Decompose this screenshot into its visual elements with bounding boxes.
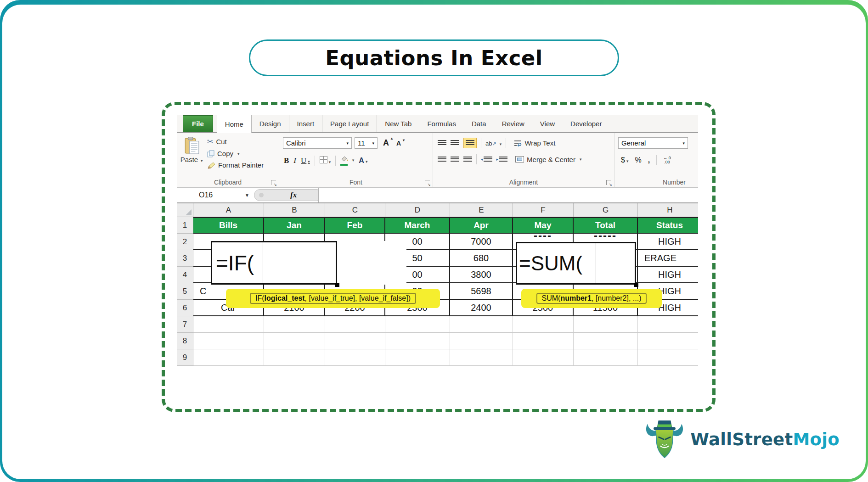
cell-B7[interactable]	[264, 316, 325, 333]
orientation-button[interactable]: ab↗	[485, 139, 502, 147]
row-header-3[interactable]: 3	[177, 250, 193, 267]
tab-view[interactable]: View	[532, 115, 563, 132]
cell-F8[interactable]	[513, 333, 574, 349]
cell-E2[interactable]: 7000	[450, 234, 513, 250]
tab-insert[interactable]: Insert	[289, 115, 323, 132]
cell-H4[interactable]: HIGH	[638, 267, 698, 283]
cell-G7[interactable]	[574, 316, 638, 333]
percent-button[interactable]: %	[635, 156, 641, 164]
cell-A7[interactable]	[193, 316, 264, 333]
tab-new-tab[interactable]: New Tab	[377, 115, 419, 132]
cell-B8[interactable]	[264, 333, 325, 349]
cell-D1[interactable]: March	[385, 217, 450, 234]
resize-handle[interactable]	[634, 283, 638, 287]
cell-C7[interactable]	[325, 316, 385, 333]
increase-decimal-button[interactable]: ←.0 .00	[663, 156, 671, 164]
tab-formulas[interactable]: Formulas	[419, 115, 464, 132]
copy-button[interactable]: Copy	[207, 150, 264, 157]
cell-E9[interactable]	[450, 349, 513, 366]
row-header-9[interactable]: 9	[177, 349, 193, 366]
increase-font-icon[interactable]: A▴	[383, 138, 389, 148]
resize-handle[interactable]	[335, 283, 339, 287]
font-color-button[interactable]: A	[359, 157, 367, 165]
align-right-icon[interactable]	[463, 157, 472, 163]
cell-F7[interactable]	[513, 316, 574, 333]
cell-E5[interactable]: 5698	[450, 283, 513, 300]
tab-review[interactable]: Review	[494, 115, 532, 132]
cell-G1[interactable]: Total	[574, 217, 638, 234]
clipboard-dialog-launcher-icon[interactable]	[271, 180, 276, 185]
font-name-select[interactable]: Calibri ▾	[283, 137, 352, 149]
tab-data[interactable]: Data	[464, 115, 494, 132]
cell-B9[interactable]	[264, 349, 325, 366]
col-header-G[interactable]: G	[574, 203, 638, 217]
cell-H1[interactable]: Status	[638, 217, 698, 234]
tab-page-layout[interactable]: Page Layout	[322, 115, 377, 132]
font-dialog-launcher-icon[interactable]	[425, 180, 430, 185]
cell-H7[interactable]	[638, 316, 698, 333]
font-size-select[interactable]: 11 ▾	[355, 137, 378, 149]
cell-D7[interactable]	[385, 316, 450, 333]
row-header-5[interactable]: 5	[177, 283, 193, 300]
cut-button[interactable]: ✂ Cut	[207, 137, 264, 146]
cell-A8[interactable]	[193, 333, 264, 349]
italic-button[interactable]: I	[293, 156, 296, 165]
cell-C8[interactable]	[325, 333, 385, 349]
cell-B1[interactable]: Jan	[264, 217, 325, 234]
select-all-corner[interactable]	[177, 203, 193, 217]
cell-H2[interactable]: HIGH	[638, 234, 698, 250]
cell-C1[interactable]: Feb	[325, 217, 385, 234]
decrease-indent-button[interactable]: ◂	[481, 157, 492, 163]
col-header-E[interactable]: E	[450, 203, 513, 217]
cell-F1[interactable]: May	[513, 217, 574, 234]
wrap-text-button[interactable]: Wrap Text	[514, 139, 555, 147]
cell-H9[interactable]	[638, 349, 698, 366]
bold-button[interactable]: B	[284, 156, 289, 165]
cell-E6[interactable]: 2400	[450, 300, 513, 316]
cell-D8[interactable]	[385, 333, 450, 349]
row-header-7[interactable]: 7	[177, 316, 193, 333]
row-header-8[interactable]: 8	[177, 333, 193, 349]
decrease-font-icon[interactable]: A▾	[396, 140, 401, 147]
cell-H8[interactable]	[638, 333, 698, 349]
align-center-icon[interactable]	[451, 157, 459, 163]
cell-F9[interactable]	[513, 349, 574, 366]
name-box-caret-icon[interactable]: ▼	[245, 193, 249, 198]
cell-G8[interactable]	[574, 333, 638, 349]
tab-developer[interactable]: Developer	[563, 115, 609, 132]
row-header-2[interactable]: 2	[177, 234, 193, 250]
alignment-dialog-launcher-icon[interactable]	[606, 180, 611, 185]
increase-indent-button[interactable]: ▸	[496, 157, 508, 163]
underline-button[interactable]: U	[301, 156, 310, 165]
col-header-A[interactable]: A	[193, 203, 264, 217]
align-left-icon[interactable]	[438, 157, 446, 163]
cell-E8[interactable]	[450, 333, 513, 349]
col-header-F[interactable]: F	[513, 203, 574, 217]
merge-center-button[interactable]: Merge & Center	[515, 156, 581, 163]
number-format-select[interactable]: General ▾	[618, 137, 688, 149]
cell-A9[interactable]	[193, 349, 264, 366]
borders-button[interactable]	[320, 156, 331, 165]
currency-button[interactable]: $	[621, 156, 628, 164]
col-header-H[interactable]: H	[638, 203, 698, 217]
name-box[interactable]: O16 ▼	[177, 188, 254, 202]
col-header-D[interactable]: D	[385, 203, 450, 217]
cell-E3[interactable]: 680	[450, 250, 513, 267]
cell-E4[interactable]: 3800	[450, 267, 513, 283]
col-header-B[interactable]: B	[264, 203, 325, 217]
align-top-icon[interactable]	[438, 140, 446, 146]
cell-A1[interactable]: Bills	[193, 217, 264, 234]
row-header-4[interactable]: 4	[177, 267, 193, 283]
comma-button[interactable]: ,	[648, 156, 650, 164]
tab-design[interactable]: Design	[252, 115, 289, 132]
cell-H3[interactable]: ERAGE	[638, 250, 698, 267]
cell-C9[interactable]	[325, 349, 385, 366]
cell-E7[interactable]	[450, 316, 513, 333]
formula-input[interactable]	[318, 188, 698, 202]
cell-G9[interactable]	[574, 349, 638, 366]
tab-file[interactable]: File	[183, 115, 213, 132]
insert-function-button[interactable]: fx	[254, 189, 318, 201]
fill-color-button[interactable]	[340, 155, 354, 166]
row-header-1[interactable]: 1	[177, 217, 193, 234]
align-bottom-icon[interactable]	[463, 138, 477, 148]
